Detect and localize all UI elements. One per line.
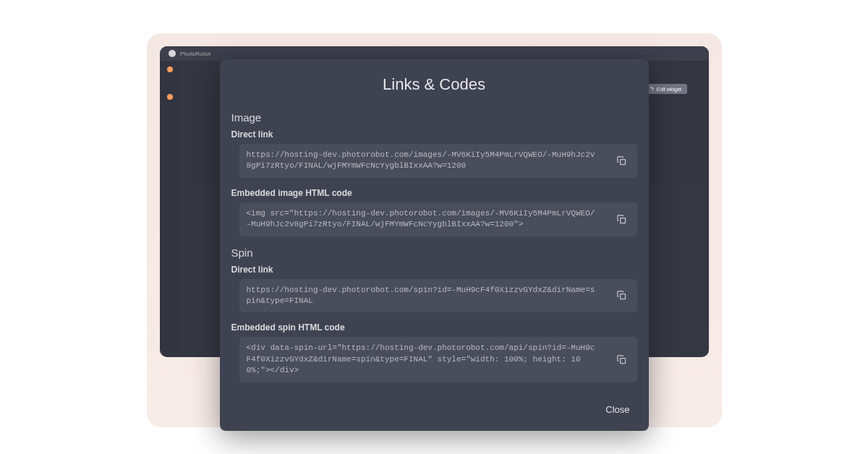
svg-rect-0 <box>621 160 626 165</box>
links-codes-modal: Links & Codes Image Direct link https://… <box>220 59 649 431</box>
field-label-spin-direct: Direct link <box>231 265 637 275</box>
section-title-image: Image <box>231 111 637 124</box>
code-value-spin-direct[interactable]: https://hosting-dev.photorobot.com/spin?… <box>239 279 607 313</box>
close-button[interactable]: Close <box>598 400 637 419</box>
code-field-image-direct: https://hosting-dev.photorobot.com/image… <box>239 144 637 178</box>
code-value-spin-embed[interactable]: <div data-spin-url="https://hosting-dev.… <box>239 337 607 382</box>
code-field-image-embed: <img src="https://hosting-dev.photorobot… <box>239 202 637 236</box>
code-field-spin-embed: <div data-spin-url="https://hosting-dev.… <box>239 337 637 382</box>
copy-button-image-direct[interactable] <box>611 150 633 171</box>
field-label-spin-embed: Embedded spin HTML code <box>231 322 637 333</box>
copy-button-image-embed[interactable] <box>611 208 633 230</box>
copy-icon <box>616 290 627 301</box>
modal-overlay: Links & Codes Image Direct link https://… <box>0 0 868 454</box>
copy-icon <box>616 155 627 166</box>
svg-rect-2 <box>621 294 626 299</box>
code-value-image-direct[interactable]: https://hosting-dev.photorobot.com/image… <box>239 144 607 178</box>
image-section: Image Direct link https://hosting-dev.ph… <box>231 111 637 236</box>
copy-icon <box>616 354 627 365</box>
field-label-image-embed: Embedded image HTML code <box>231 188 637 198</box>
section-title-spin: Spin <box>231 247 637 259</box>
copy-button-spin-direct[interactable] <box>611 285 633 307</box>
modal-title: Links & Codes <box>231 75 637 94</box>
copy-button-spin-embed[interactable] <box>611 348 633 370</box>
code-field-spin-direct: https://hosting-dev.photorobot.com/spin?… <box>239 279 637 313</box>
code-value-image-embed[interactable]: <img src="https://hosting-dev.photorobot… <box>239 202 607 236</box>
copy-icon <box>616 214 627 225</box>
svg-rect-1 <box>621 218 626 223</box>
svg-rect-3 <box>621 359 626 364</box>
modal-footer: Close <box>231 400 637 419</box>
spin-section: Spin Direct link https://hosting-dev.pho… <box>231 247 637 382</box>
field-label-image-direct: Direct link <box>231 129 637 140</box>
